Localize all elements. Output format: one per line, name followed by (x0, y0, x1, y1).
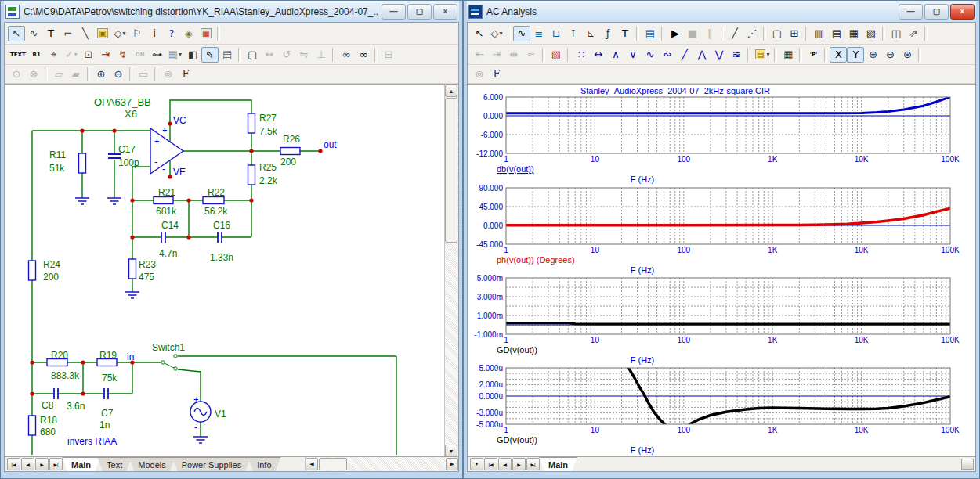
curve-label[interactable]: GD(v(out)) (497, 345, 537, 355)
scroll-right-button[interactable]: ▶ (446, 458, 458, 470)
text-mode-icon[interactable]: T (617, 26, 634, 41)
close-button[interactable]: × (950, 4, 975, 20)
low-icon[interactable]: ∾ (659, 47, 676, 63)
flip-h-icon[interactable]: ⇋ (295, 47, 313, 63)
schematic-label[interactable]: 1n (99, 420, 110, 430)
properties-icon[interactable]: ▤ (219, 47, 236, 63)
wave-select-icon[interactable]: ≈ (523, 47, 540, 63)
schematic-label[interactable]: + (154, 136, 159, 146)
rotate-icon[interactable]: ↺ (278, 47, 295, 63)
nav-first-button[interactable]: |◀ (484, 458, 497, 470)
tab-main[interactable]: Main (539, 457, 577, 471)
nav-first-button[interactable]: |◀ (7, 458, 20, 470)
scroll-left-button[interactable]: ◀ (306, 458, 318, 470)
schematic-canvas[interactable]: OPA637_BBX6VCVE+-+-R277.5kR26200outR252.… (5, 84, 458, 457)
current-display-icon[interactable]: ⇥ (97, 47, 114, 63)
schematic-label[interactable]: OPA637_BB (94, 96, 151, 108)
schematic-label[interactable]: Switch1 (152, 342, 185, 353)
schematic-label[interactable]: 681k (156, 206, 177, 217)
font-icon[interactable]: F (177, 67, 194, 82)
formula-text-icon[interactable]: ƒ (599, 26, 617, 41)
capacitor-C8-symbol[interactable] (54, 388, 58, 399)
line-mode-icon[interactable]: ╱ (726, 26, 743, 41)
pattern-grid-icon[interactable]: ▦ (845, 26, 862, 41)
schematic-label[interactable]: X6 (125, 108, 137, 120)
help-mode-icon[interactable]: ? (163, 26, 180, 41)
tab-models[interactable]: Models (128, 457, 175, 471)
copy-picture-icon[interactable]: ▱ (50, 67, 67, 82)
pause-icon[interactable]: ∥ (701, 26, 718, 41)
curve-label[interactable]: GD(v(out)) (497, 435, 537, 445)
schematic-label[interactable]: 100p (118, 157, 139, 168)
scroll-down-button[interactable]: ▼ (445, 445, 457, 457)
schematic-label[interactable]: 883.3k (51, 370, 80, 381)
flag-icon[interactable]: ⚐ (128, 26, 146, 41)
font-icon[interactable]: F (488, 67, 505, 82)
tab-text[interactable]: Text (97, 457, 132, 471)
valley-icon[interactable]: ∨ (624, 47, 642, 63)
nav-prev-button[interactable]: ◀ (498, 458, 512, 470)
nav-next-button[interactable]: ▶ (512, 458, 526, 470)
zoom-out-icon[interactable]: ⊖ (881, 47, 899, 63)
schematic-label[interactable]: 200 (43, 272, 59, 283)
schematic-label[interactable]: R23 (139, 259, 156, 270)
nav-last-button[interactable]: ▶| (526, 458, 540, 470)
pin-numbers-icon[interactable]: ⌖ (45, 47, 63, 63)
flip-v-icon[interactable]: ⊥ (313, 47, 330, 63)
schematic-label[interactable]: 75k (102, 373, 118, 384)
grid-display-icon[interactable]: ▦▾ (166, 47, 184, 63)
schematic-label[interactable]: 56.2k (204, 206, 228, 217)
web-icon[interactable]: ⊚ (471, 67, 488, 82)
split-plots-icon[interactable]: ◫ (888, 26, 905, 41)
split-window-icon[interactable]: ◧ (184, 47, 201, 63)
schematic-label[interactable]: VE (173, 167, 186, 178)
zoom-in-icon[interactable]: ⊕ (92, 67, 110, 82)
info-mode-icon[interactable]: i (146, 26, 163, 41)
schematic-label[interactable]: R24 (43, 259, 60, 270)
auto-scale-y-icon[interactable]: Y (847, 47, 864, 63)
nav-next-button[interactable]: ▶ (35, 458, 49, 470)
restore-button[interactable]: ▢ (924, 4, 949, 20)
minimize-button[interactable]: — (382, 4, 406, 20)
schematic-label[interactable]: 7.5k (259, 126, 278, 137)
grid-snap-icon[interactable]: ⊞ (786, 26, 803, 41)
part-attr-icon[interactable]: R1 (28, 47, 45, 63)
global-high-icon[interactable]: ⋀ (693, 47, 711, 63)
schematic-label[interactable]: 200 (280, 157, 296, 167)
resistor-R11-symbol[interactable] (79, 153, 86, 173)
schematic-label[interactable]: R11 (49, 149, 66, 160)
model-monitor-icon[interactable]: ⊟ (380, 47, 397, 63)
schematic-label[interactable]: in (127, 351, 134, 362)
schematic-label[interactable]: R19 (99, 350, 117, 361)
schematic-label[interactable]: 680 (40, 427, 56, 438)
curve-label[interactable]: db(v(out)) (497, 164, 534, 174)
schematic-label[interactable]: C17 (118, 144, 136, 155)
auto-scale-x-icon[interactable]: X (830, 47, 847, 63)
high-icon[interactable]: ∿ (642, 47, 659, 63)
schematic-label[interactable]: 4.7n (159, 248, 177, 259)
pattern-horizontal-icon[interactable]: ▤ (828, 26, 845, 41)
schematic-label[interactable]: R22 (208, 187, 225, 198)
p-key-icon[interactable]: 'P' (805, 47, 822, 63)
pan-icon[interactable]: ▭ (135, 67, 152, 82)
vertical-scrollbar[interactable]: ▲ ▼ (444, 85, 458, 457)
title-bar[interactable]: AC Analysis —▢× (467, 1, 976, 22)
state-display-icon[interactable]: ON (132, 47, 149, 63)
pick-mode-icon[interactable]: ⇖ (201, 47, 219, 63)
stop-icon[interactable]: ⊗ (25, 67, 42, 82)
find-icon[interactable]: ∞ (355, 47, 372, 63)
tangent-icon[interactable]: ⇗ (905, 26, 922, 41)
data-points-icon[interactable]: ⊔ (548, 26, 565, 41)
ortho-wire-icon[interactable]: ⌐ (60, 26, 77, 41)
cursor-mode-icon[interactable]: ∿ (513, 26, 530, 41)
pattern-vertical-icon[interactable]: ▥ (811, 26, 828, 41)
move-icon[interactable]: ↔ (261, 47, 278, 63)
global-low-icon[interactable]: ⋁ (711, 47, 728, 63)
tag-values-icon[interactable]: ⊾ (582, 26, 599, 41)
schematic-label[interactable]: V1 (215, 409, 226, 420)
resistor-R27-symbol[interactable] (248, 113, 255, 133)
nav-prev-button[interactable]: ◀ (21, 458, 34, 470)
schematic-label[interactable]: + (193, 394, 198, 404)
schematic-label[interactable]: 2.2k (259, 175, 278, 186)
check-errors-icon[interactable]: ⊙ (8, 67, 25, 82)
